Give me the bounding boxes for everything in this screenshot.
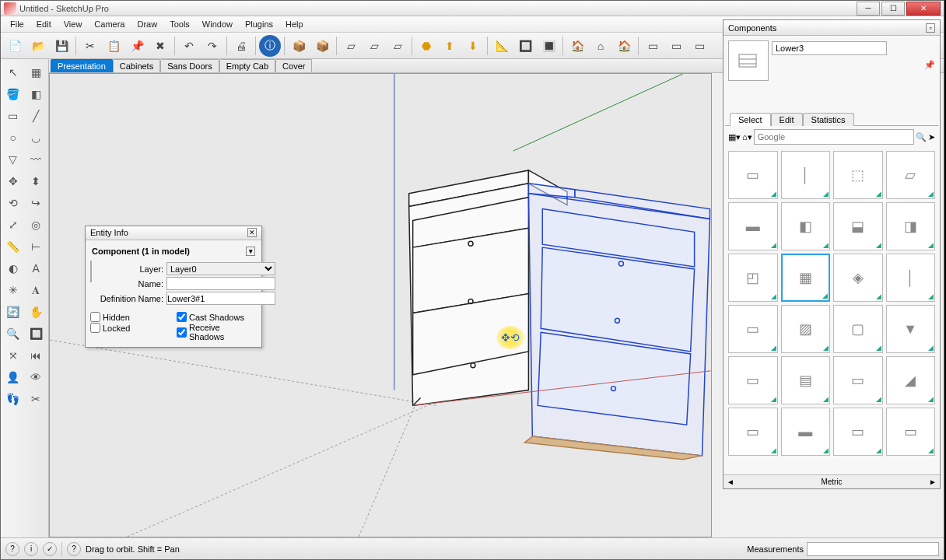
next-page-icon[interactable]: ► [929, 478, 937, 486]
def-input[interactable] [166, 292, 275, 305]
position-camera-tool[interactable]: 👤 [2, 367, 24, 387]
zoomextents-tool[interactable]: ⤧ [2, 345, 24, 366]
component-thumb[interactable]: │◢ [886, 254, 936, 302]
minimize-button[interactable]: ─ [857, 2, 880, 16]
menu-tools[interactable]: Tools [163, 17, 196, 31]
section-button-3[interactable]: 🏠 [613, 35, 635, 57]
component-thumb[interactable]: ▦◢ [781, 254, 831, 302]
zoom-tool[interactable]: 🔍 [2, 324, 24, 344]
status-icon-3[interactable]: ✓ [43, 542, 57, 556]
component-thumb[interactable]: ▨◢ [781, 305, 831, 353]
component-pin-icon[interactable]: 📌 [924, 60, 935, 69]
prev-page-icon[interactable]: ◄ [727, 478, 734, 486]
layer-select[interactable]: Layer0 [166, 262, 275, 275]
menu-draw[interactable]: Draw [131, 17, 163, 31]
help-icon[interactable]: ? [67, 542, 81, 556]
measurements-input[interactable] [807, 542, 939, 556]
circle-tool[interactable]: ○ [2, 128, 24, 148]
component-thumb[interactable]: ▭◢ [728, 356, 778, 404]
tape-tool[interactable]: 📏 [2, 236, 24, 257]
component-button-3[interactable]: ⬇ [462, 35, 484, 57]
component-thumb[interactable]: ▭◢ [728, 305, 778, 353]
component-thumb[interactable]: ⬓◢ [833, 202, 883, 250]
component-thumb[interactable]: ▱◢ [886, 151, 936, 199]
redo-button[interactable]: ↷ [201, 35, 223, 57]
style-button-2[interactable]: ▭ [665, 35, 687, 57]
search-icon[interactable]: 🔍 [916, 132, 927, 142]
components-panel[interactable]: Components ▫ 📌 Select Edit Statistics ▦▾ [723, 19, 941, 489]
menu-camera[interactable]: Camera [88, 17, 131, 31]
lookaround-tool[interactable]: 👁 [26, 367, 47, 387]
menu-edit[interactable]: Edit [30, 17, 58, 31]
new-button[interactable]: 📄 [4, 35, 26, 57]
line-tool[interactable]: ╱ [26, 106, 47, 126]
dimension-tool[interactable]: ⊢ [26, 236, 47, 257]
3dtext-tool[interactable]: 𝐀 [26, 280, 47, 300]
measure-button-2[interactable]: 🔲 [514, 35, 536, 57]
pan-tool[interactable]: ✋ [26, 302, 47, 322]
component-button-1[interactable]: ⬣ [415, 35, 437, 57]
scene-sans-doors[interactable]: Sans Doors [160, 59, 219, 72]
style-button-3[interactable]: ▭ [688, 35, 710, 57]
component-thumb[interactable]: ▭◢ [728, 408, 778, 456]
undo-button[interactable]: ↶ [178, 35, 200, 57]
cast-check[interactable]: Cast Shadows [177, 312, 257, 322]
receive-check[interactable]: Receive Shadows [177, 323, 257, 341]
component-name-input[interactable] [772, 41, 887, 55]
text-tool[interactable]: A [26, 258, 47, 278]
polygon-tool[interactable]: ▽ [2, 149, 24, 170]
component-thumb[interactable]: ◨◢ [886, 202, 936, 250]
navigate-icon[interactable]: ➤ [928, 132, 935, 142]
tab-statistics[interactable]: Statistics [803, 113, 854, 126]
rectangle-tool[interactable]: ▭ [2, 106, 24, 126]
print-button[interactable]: 🖨 [230, 35, 252, 57]
name-input[interactable] [166, 277, 275, 290]
rotate-tool[interactable]: ⟲ [2, 193, 24, 213]
component-thumb[interactable]: ▭◢ [886, 408, 936, 456]
zoomwindow-tool[interactable]: 🔲 [26, 324, 47, 344]
component-thumb[interactable]: ▭◢ [833, 408, 883, 456]
home-icon[interactable]: ⌂▾ [742, 132, 752, 142]
components-collapse-icon[interactable]: ▫ [926, 23, 935, 33]
section-button-2[interactable]: ⌂ [590, 35, 611, 57]
scene-empty-cab[interactable]: Empty Cab [219, 59, 275, 72]
menu-plugins[interactable]: Plugins [239, 17, 279, 31]
layout-button-1[interactable]: ▱ [340, 35, 362, 57]
move-tool[interactable]: ✥ [2, 171, 24, 191]
previous-tool[interactable]: ⏮ [26, 345, 47, 366]
tab-select[interactable]: Select [730, 113, 771, 126]
measure-button-1[interactable]: 📐 [491, 35, 513, 57]
scene-cabinets[interactable]: Cabinets [113, 59, 160, 72]
copy-button[interactable]: 📋 [103, 35, 124, 57]
component-thumb[interactable]: ◈◢ [833, 254, 883, 302]
paint-tool[interactable]: 🪣 [2, 84, 24, 104]
status-icon-1[interactable]: ? [5, 542, 19, 556]
component-thumb[interactable]: ▭◢ [833, 356, 883, 404]
component-thumb[interactable]: ⬚◢ [833, 151, 883, 199]
layout-button-3[interactable]: ▱ [387, 35, 408, 57]
select-tool[interactable]: ↖ [2, 62, 24, 82]
close-button[interactable]: ✕ [906, 2, 941, 16]
component-thumb[interactable]: ◢◢ [886, 356, 936, 404]
locked-check[interactable]: Locked [90, 323, 170, 333]
component-thumb[interactable]: ◰◢ [728, 254, 778, 302]
measure-button-3[interactable]: 🔳 [538, 35, 559, 57]
component-tool[interactable]: ▦ [26, 62, 47, 82]
save-button[interactable]: 💾 [51, 35, 72, 57]
component-thumb[interactable]: ▼◢ [886, 305, 936, 353]
open-button[interactable]: 📂 [27, 35, 49, 57]
offset-tool[interactable]: ◎ [26, 215, 47, 235]
menu-file[interactable]: File [4, 17, 30, 31]
maximize-button[interactable]: ☐ [881, 2, 905, 16]
tab-edit[interactable]: Edit [771, 113, 803, 126]
entity-info-close-icon[interactable]: ✕ [247, 228, 257, 237]
section-button-1[interactable]: 🏠 [566, 35, 588, 57]
component-thumb[interactable]: ◧◢ [781, 202, 831, 250]
menu-help[interactable]: Help [279, 17, 310, 31]
eraser-tool[interactable]: ◧ [26, 84, 47, 104]
component-thumb[interactable]: ▬◢ [781, 408, 831, 456]
menu-view[interactable]: View [58, 17, 89, 31]
section-tool[interactable]: ✂ [26, 389, 47, 409]
followme-tool[interactable]: ↪ [26, 193, 47, 213]
arc-tool[interactable]: ◡ [26, 128, 47, 148]
